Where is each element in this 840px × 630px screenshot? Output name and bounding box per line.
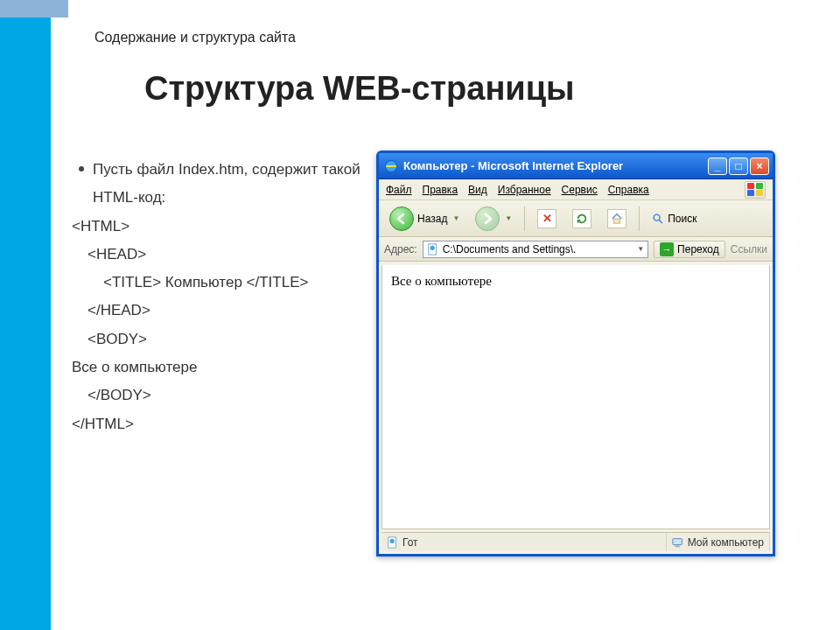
search-button[interactable]: Поиск [647, 210, 702, 228]
my-computer-icon [672, 536, 684, 549]
address-input[interactable]: C:\Documents and Settings\. ▼ [423, 241, 648, 258]
address-bar: Адрес: C:\Documents and Settings\. ▼ → П… [379, 237, 773, 262]
throbber-icon [745, 181, 766, 199]
statusbar: Гот Мой компьютер [382, 532, 770, 551]
left-column: Пусть файл Index.htm, содержит такой HTM… [72, 156, 360, 438]
status-left: Гот [382, 533, 667, 551]
slide-subtitle: Содержание и структура сайта [94, 30, 296, 46]
address-label: Адрес: [384, 243, 417, 256]
svg-rect-7 [673, 538, 682, 544]
toolbar-separator [524, 206, 525, 231]
code-line: <HTML> [72, 213, 360, 241]
menu-tools[interactable]: Сервис [562, 184, 598, 196]
menu-view[interactable]: Вид [468, 184, 487, 196]
page-body-text: Все о компьютере [391, 274, 760, 289]
maximize-button[interactable]: □ [729, 158, 748, 175]
go-arrow-icon: → [660, 242, 674, 256]
chevron-down-icon[interactable]: ▼ [637, 245, 644, 253]
window-titlebar[interactable]: Компьютер - Microsoft Internet Explorer … [379, 153, 773, 179]
page-icon [427, 243, 439, 256]
slide-accent-top [0, 0, 68, 18]
close-button[interactable]: × [750, 158, 769, 175]
forward-arrow-icon [475, 206, 500, 231]
refresh-icon [572, 209, 592, 228]
code-line: </HEAD> [72, 297, 360, 325]
refresh-button[interactable] [567, 206, 597, 231]
status-text: Гот [402, 536, 418, 549]
windows-flag-icon [746, 183, 765, 197]
search-label: Поиск [668, 213, 696, 225]
toolbar-separator [639, 206, 640, 231]
menubar: Файл Правка Вид Избранное Сервис Справка [379, 179, 773, 200]
ie-logo-icon [384, 159, 398, 173]
home-icon [607, 209, 626, 228]
menu-favorites[interactable]: Избранное [498, 184, 551, 196]
bullet-dot-icon [79, 166, 84, 172]
svg-point-6 [390, 538, 395, 542]
slide-title: Структура WEB-страницы [144, 70, 575, 108]
chevron-down-icon: ▼ [452, 214, 459, 222]
minimize-button[interactable]: _ [708, 158, 727, 175]
bullet-item: Пусть файл Index.htm, содержит такой HTM… [72, 156, 360, 213]
window-title: Компьютер - Microsoft Internet Explorer [403, 159, 708, 172]
back-button[interactable]: Назад ▼ [384, 204, 465, 234]
svg-point-2 [654, 214, 660, 220]
code-line: <TITLE> Компьютер </TITLE> [72, 269, 360, 297]
home-button[interactable] [602, 206, 632, 231]
window-buttons: _ □ × [708, 158, 769, 175]
stop-icon: ✕ [537, 209, 556, 228]
links-label[interactable]: Ссылки [731, 243, 767, 256]
code-line: Все о компьютере [72, 354, 360, 382]
browser-viewport: Все о компьютере [382, 265, 770, 529]
back-label: Назад [417, 213, 447, 225]
go-button[interactable]: → Переход [654, 241, 725, 258]
status-zone-text: Мой компьютер [688, 536, 764, 549]
menu-help[interactable]: Справка [608, 184, 649, 196]
code-line: </BODY> [72, 382, 360, 410]
address-value: C:\Documents and Settings\. [443, 243, 577, 256]
menu-file[interactable]: Файл [386, 184, 412, 196]
status-zone: Мой компьютер [667, 533, 770, 551]
svg-rect-8 [675, 545, 679, 547]
slide-accent-bar [0, 0, 51, 630]
code-line: <BODY> [72, 326, 360, 354]
search-icon [652, 213, 664, 225]
stop-button[interactable]: ✕ [532, 206, 562, 231]
svg-point-4 [430, 245, 434, 249]
menu-edit[interactable]: Правка [423, 184, 458, 196]
page-icon [387, 536, 399, 549]
go-label: Переход [677, 243, 719, 256]
forward-button[interactable]: ▼ [470, 204, 517, 234]
chevron-down-icon: ▼ [505, 214, 512, 222]
bullet-text: Пусть файл Index.htm, содержит такой HTM… [93, 156, 360, 213]
toolbar: Назад ▼ ▼ ✕ Поиск [379, 200, 773, 237]
ie-window: Компьютер - Microsoft Internet Explorer … [376, 150, 775, 556]
back-arrow-icon [389, 206, 414, 231]
code-line: <HEAD> [72, 241, 360, 269]
svg-rect-1 [614, 219, 620, 223]
code-line: </HTML> [72, 410, 360, 438]
